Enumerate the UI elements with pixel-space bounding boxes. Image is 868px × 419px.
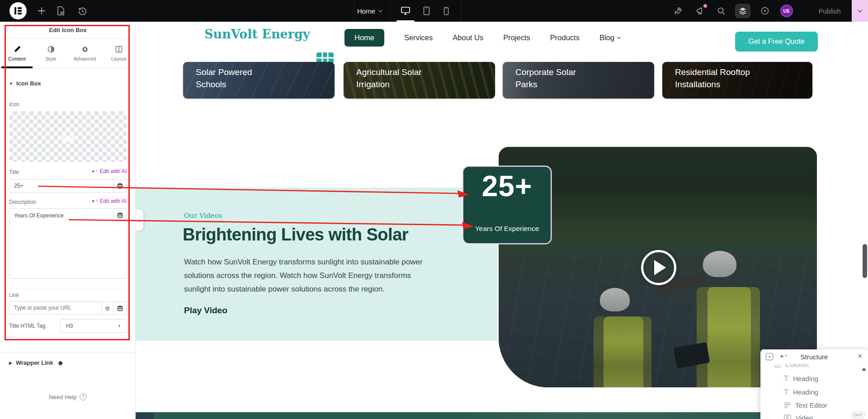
- structure-panel-title: Structure: [760, 353, 868, 361]
- video-icon: [784, 414, 791, 419]
- description-dynamic-tags-button[interactable]: [113, 209, 127, 221]
- divider: [461, 0, 462, 22]
- description-textarea[interactable]: Years Of Experience: [9, 208, 127, 279]
- launchpad-icon[interactable]: [671, 0, 684, 22]
- play-video-link[interactable]: Play Video: [184, 306, 227, 315]
- gear-icon: [81, 45, 89, 53]
- icon-media-picker[interactable]: [9, 111, 127, 162]
- ekit-badge: EKIT: [852, 412, 864, 418]
- device-mobile-icon[interactable]: [439, 0, 453, 22]
- elementor-logo-icon[interactable]: [9, 2, 27, 19]
- divider: [0, 288, 136, 288]
- divider: [0, 352, 136, 353]
- get-a-free-quote-button[interactable]: Get a Free Quote: [735, 32, 818, 52]
- structure-tree: Column T Heading T Heading Text Editor V…: [760, 364, 868, 419]
- panel-collapse-handle[interactable]: ‹: [136, 210, 143, 231]
- publish-options-button[interactable]: [852, 0, 868, 22]
- elementor-edit-panel: Edit Icon Box Content Style Advanced Lay…: [0, 22, 136, 419]
- need-help-link[interactable]: Need Help ?: [0, 393, 136, 400]
- pencil-icon: [14, 45, 21, 53]
- title-control-label: Title: [9, 169, 19, 175]
- whats-new-megaphone-icon[interactable]: [693, 0, 707, 22]
- project-card[interactable]: Agricultural Solar Irrigation: [344, 62, 495, 99]
- link-url-input[interactable]: [9, 301, 102, 315]
- title-dynamic-tags-button[interactable]: [113, 179, 127, 192]
- title-html-tag-select[interactable]: H3 ▼: [60, 319, 127, 333]
- nav-services[interactable]: Services: [404, 33, 433, 42]
- html-tag-control-label: Title HTML Tag: [9, 323, 45, 329]
- pro-feature-icon: ☻: [57, 359, 64, 367]
- media-placeholder-icon: [63, 131, 74, 142]
- document-breadcrumb[interactable]: Home: [357, 0, 382, 22]
- site-nav: Home Services About Us Projects Products…: [344, 28, 620, 47]
- publish-button[interactable]: Publish: [807, 0, 852, 22]
- text-editor-icon: [784, 402, 791, 408]
- dynamic-tags-icon: [117, 306, 123, 311]
- caret-down-icon: ▼: [118, 324, 121, 328]
- structure-item-column[interactable]: Column: [774, 364, 809, 371]
- tab-content[interactable]: Content: [0, 38, 34, 68]
- chevron-down-icon: [858, 8, 862, 13]
- structure-item-text-editor[interactable]: Text Editor: [784, 398, 827, 412]
- nav-home[interactable]: Home: [344, 29, 384, 47]
- link-dynamic-tags-button[interactable]: [113, 301, 127, 315]
- heading-icon: T: [784, 374, 788, 382]
- history-icon[interactable]: [76, 0, 89, 22]
- icon-box-section-header[interactable]: ▼ Icon Box: [9, 80, 41, 87]
- play-triangle-icon: [654, 260, 666, 275]
- ai-sparkle-icon: ✦⁺: [91, 198, 98, 204]
- title-input[interactable]: [9, 179, 127, 193]
- notification-dot: [703, 4, 707, 8]
- ai-sparkle-icon: ✦⁺: [91, 169, 98, 174]
- section-heading: Brightening Lives with Solar: [183, 225, 408, 245]
- section-body-line: solutions across the region. Watch how S…: [184, 271, 411, 280]
- user-avatar[interactable]: UE: [780, 5, 793, 17]
- editor-top-bar: Home UE Publish: [0, 0, 868, 22]
- preview-scrollbar-thumb[interactable]: [863, 244, 867, 278]
- caret-down-icon: ▼: [9, 81, 13, 86]
- column-icon: [774, 364, 781, 368]
- close-icon[interactable]: ✕: [857, 353, 863, 360]
- structure-item-heading[interactable]: T Heading: [784, 372, 818, 385]
- nav-products[interactable]: Products: [550, 33, 580, 42]
- tab-advanced[interactable]: Advanced: [68, 38, 102, 68]
- experience-badge-widget[interactable]: 25+ Years Of Experience: [462, 166, 552, 244]
- structure-toggle-icon[interactable]: [735, 4, 750, 18]
- scroll-up-arrow-icon[interactable]: [862, 367, 866, 371]
- device-tablet-icon[interactable]: [420, 0, 433, 22]
- divider: [354, 0, 354, 22]
- layout-columns-icon: [115, 45, 123, 53]
- badge-title: 25+: [463, 169, 551, 203]
- question-mark-icon: ?: [80, 393, 87, 400]
- dynamic-tags-icon: [117, 183, 123, 189]
- play-button[interactable]: [641, 250, 676, 285]
- page-settings-icon[interactable]: [54, 0, 67, 22]
- edit-with-ai-title-link[interactable]: ✦⁺Edit with AI: [91, 168, 127, 174]
- description-control-label: Description: [9, 199, 36, 205]
- project-card[interactable]: Residential Rooftop Installations: [662, 62, 812, 99]
- section-body-line: sunlight into sustainable power solution…: [184, 285, 385, 294]
- structure-panel-header: ▼ ✦⁺ Structure ✕: [760, 349, 868, 364]
- structure-panel: ▼ ✦⁺ Structure ✕ Column T Heading T Head…: [760, 349, 868, 419]
- add-element-button[interactable]: [35, 0, 48, 22]
- preview-eye-icon[interactable]: [758, 0, 772, 22]
- nav-blog[interactable]: Blog: [599, 33, 620, 42]
- project-card[interactable]: Corporate Solar Parks: [503, 62, 654, 99]
- structure-item-heading[interactable]: T Heading: [784, 385, 818, 399]
- nav-about-us[interactable]: About Us: [453, 33, 483, 42]
- tab-layout[interactable]: Layout: [102, 38, 136, 68]
- structure-item-video[interactable]: Video: [784, 411, 813, 419]
- section-body-line: Watch how SunVolt Energy transforms sunl…: [184, 258, 423, 267]
- tab-style[interactable]: Style: [34, 38, 68, 68]
- device-desktop-icon[interactable]: [398, 0, 413, 22]
- elementor-editor: SunVolt Energy Home Services About Us Pr…: [0, 0, 868, 419]
- divider: [390, 0, 391, 22]
- chevron-down-icon: [617, 35, 621, 38]
- project-card[interactable]: Solar Powered Schools: [183, 62, 335, 99]
- edit-with-ai-description-link[interactable]: ✦⁺Edit with AI: [91, 198, 127, 204]
- link-options-button[interactable]: ⚙: [101, 301, 113, 315]
- finder-search-icon[interactable]: [714, 0, 728, 22]
- wrapper-link-section-header[interactable]: ▶ Wrapper Link ☻: [9, 359, 64, 367]
- nav-projects[interactable]: Projects: [503, 33, 530, 42]
- footer-section-edge: [136, 412, 868, 419]
